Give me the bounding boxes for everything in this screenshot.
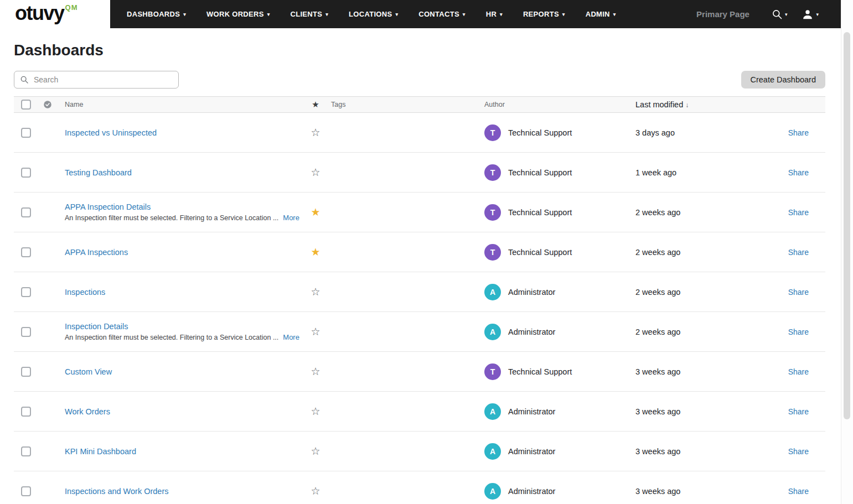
row-checkbox[interactable] xyxy=(21,247,31,257)
row-checkbox[interactable] xyxy=(21,168,31,178)
share-link[interactable]: Share xyxy=(788,288,809,297)
nav-item-admin[interactable]: ADMIN▾ xyxy=(586,10,616,18)
column-header-name[interactable]: Name xyxy=(59,101,304,108)
star-toggle[interactable]: ☆ xyxy=(311,445,320,457)
nav-item-label: CONTACTS xyxy=(418,10,459,18)
table-row: Work Orders ☆ A Administrator 3 weeks ag… xyxy=(14,392,825,432)
star-toggle[interactable]: ★ xyxy=(311,246,320,258)
column-header-author[interactable]: Author xyxy=(479,101,628,108)
dashboard-name-link[interactable]: Inspections and Work Orders xyxy=(65,487,304,496)
table-row: Inspection Details An Inspection filter … xyxy=(14,312,825,352)
nav-item-contacts[interactable]: CONTACTS▾ xyxy=(418,10,465,18)
avatar: T xyxy=(484,204,501,221)
nav-item-hr[interactable]: HR▾ xyxy=(486,10,503,18)
select-all-checkbox[interactable] xyxy=(21,100,31,110)
share-link[interactable]: Share xyxy=(788,208,809,217)
nav-item-locations[interactable]: LOCATIONS▾ xyxy=(349,10,398,18)
more-link[interactable]: More xyxy=(283,333,299,341)
dashboard-name-link[interactable]: Testing Dashboard xyxy=(65,168,304,177)
nav-item-clients[interactable]: CLIENTS▾ xyxy=(291,10,329,18)
star-toggle[interactable]: ☆ xyxy=(311,326,320,337)
share-link[interactable]: Share xyxy=(788,128,809,137)
chevron-down-icon: ▾ xyxy=(816,12,819,17)
star-toggle[interactable]: ★ xyxy=(311,206,320,218)
row-checkbox[interactable] xyxy=(21,486,31,496)
dashboard-name-link[interactable]: Work Orders xyxy=(65,407,304,416)
avatar: A xyxy=(484,443,501,460)
table-row: APPA Inspections ★ T Technical Support 2… xyxy=(14,232,825,272)
star-toggle[interactable]: ☆ xyxy=(311,286,320,298)
brand-logo[interactable]: otuvy QM xyxy=(0,0,110,28)
search-box xyxy=(14,71,179,89)
star-toggle[interactable]: ☆ xyxy=(311,406,320,417)
author-name: Administrator xyxy=(508,487,555,496)
table-header-row: Name ★ Tags Author Last modified↓ xyxy=(14,96,825,113)
author-name: Administrator xyxy=(508,447,555,456)
nav-right: Primary Page ▾ ▾ xyxy=(696,0,841,28)
scrollbar-track[interactable] xyxy=(841,0,853,504)
dashboard-name-link[interactable]: Custom View xyxy=(65,367,304,376)
table-row: Testing Dashboard ☆ T Technical Support … xyxy=(14,153,825,193)
chevron-down-icon: ▾ xyxy=(500,12,503,17)
row-description: An Inspection filter must be selected. F… xyxy=(65,214,304,222)
search-icon xyxy=(772,9,783,20)
toolbar: Create Dashboard xyxy=(14,71,825,89)
user-menu-button[interactable]: ▾ xyxy=(802,8,819,20)
row-checkbox[interactable] xyxy=(21,287,31,297)
star-toggle[interactable]: ☆ xyxy=(311,167,320,178)
avatar: T xyxy=(484,363,501,380)
row-description-text: An Inspection filter must be selected. F… xyxy=(65,214,278,222)
last-modified: 2 weeks ago xyxy=(628,328,775,336)
search-input[interactable] xyxy=(34,75,173,84)
nav-item-label: HR xyxy=(486,10,497,18)
author-name: Administrator xyxy=(508,328,555,336)
star-toggle[interactable]: ☆ xyxy=(311,366,320,377)
dashboard-name-link[interactable]: Inspections xyxy=(65,288,304,297)
share-link[interactable]: Share xyxy=(788,248,809,257)
user-icon xyxy=(802,8,814,20)
more-link[interactable]: More xyxy=(283,214,299,222)
search-menu-button[interactable]: ▾ xyxy=(772,9,788,20)
author-name: Technical Support xyxy=(508,128,572,137)
nav-item-work-orders[interactable]: WORK ORDERS▾ xyxy=(206,10,270,18)
search-input-icon xyxy=(20,75,29,84)
star-toggle[interactable]: ☆ xyxy=(311,127,320,138)
nav-item-reports[interactable]: REPORTS▾ xyxy=(523,10,565,18)
share-link[interactable]: Share xyxy=(788,487,809,496)
row-description: An Inspection filter must be selected. F… xyxy=(65,333,304,341)
column-header-last-modified[interactable]: Last modified↓ xyxy=(628,100,775,109)
share-link[interactable]: Share xyxy=(788,407,809,416)
table-body: Inspected vs Uninspected ☆ T Technical S… xyxy=(14,113,825,504)
star-toggle[interactable]: ☆ xyxy=(311,485,320,497)
dashboard-name-link[interactable]: APPA Inspection Details xyxy=(65,202,304,211)
row-checkbox[interactable] xyxy=(21,446,31,456)
share-link[interactable]: Share xyxy=(788,367,809,376)
row-checkbox[interactable] xyxy=(21,367,31,377)
dashboard-name-link[interactable]: Inspected vs Uninspected xyxy=(65,128,304,137)
row-checkbox[interactable] xyxy=(21,407,31,417)
dashboard-name-link[interactable]: APPA Inspections xyxy=(65,248,304,257)
column-header-tags[interactable]: Tags xyxy=(327,101,479,108)
dashboard-name-link[interactable]: KPI Mini Dashboard xyxy=(65,447,304,456)
last-modified: 2 weeks ago xyxy=(628,288,775,297)
share-link[interactable]: Share xyxy=(788,447,809,456)
nav-item-label: CLIENTS xyxy=(291,10,323,18)
brand-suffix: QM xyxy=(65,3,78,12)
row-checkbox[interactable] xyxy=(21,128,31,138)
row-checkbox[interactable] xyxy=(21,327,31,337)
top-nav: otuvy QM DASHBOARDS▾WORK ORDERS▾CLIENTS▾… xyxy=(0,0,841,28)
nav-item-label: LOCATIONS xyxy=(349,10,392,18)
share-link[interactable]: Share xyxy=(788,168,809,177)
author-name: Technical Support xyxy=(508,208,572,217)
avatar: T xyxy=(484,164,501,181)
dashboard-name-link[interactable]: Inspection Details xyxy=(65,322,304,331)
chevron-down-icon: ▾ xyxy=(613,12,616,17)
share-link[interactable]: Share xyxy=(788,328,809,336)
scrollbar-thumb[interactable] xyxy=(844,32,850,419)
row-checkbox[interactable] xyxy=(21,207,31,217)
primary-page-label[interactable]: Primary Page xyxy=(696,9,749,19)
last-modified: 3 weeks ago xyxy=(628,367,775,376)
create-dashboard-button[interactable]: Create Dashboard xyxy=(741,71,826,89)
last-modified: 3 weeks ago xyxy=(628,447,775,456)
nav-item-dashboards[interactable]: DASHBOARDS▾ xyxy=(127,10,186,18)
